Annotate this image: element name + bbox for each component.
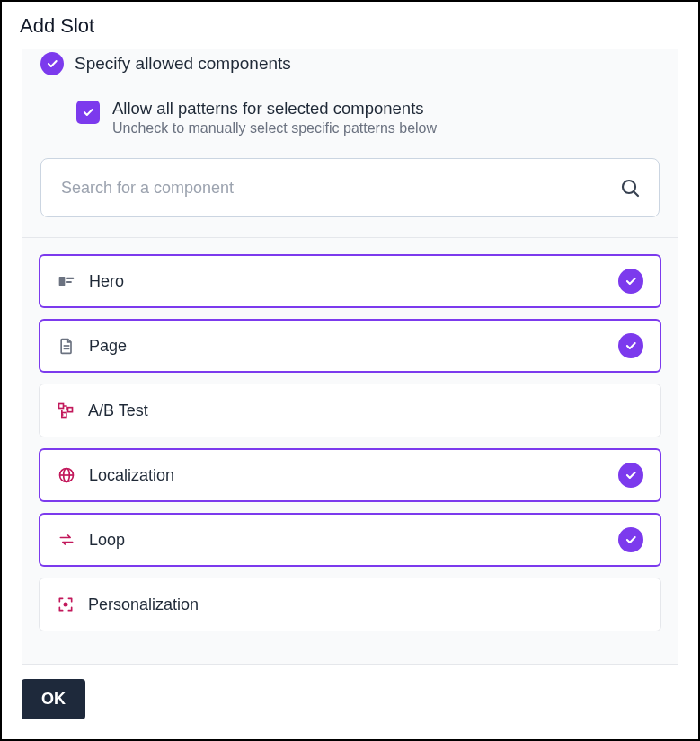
svg-rect-3 <box>66 278 74 279</box>
svg-rect-4 <box>66 281 72 283</box>
check-icon <box>625 340 637 352</box>
component-item-page[interactable]: Page <box>39 319 661 373</box>
component-item-label: Localization <box>89 466 606 485</box>
svg-line-1 <box>634 192 639 197</box>
component-item-personalization[interactable]: Personalization <box>39 578 661 631</box>
svg-point-13 <box>64 603 68 607</box>
component-item-label: Hero <box>89 272 606 291</box>
search-field[interactable] <box>40 158 660 217</box>
component-item-ab-test[interactable]: A/B Test <box>39 384 661 437</box>
check-icon <box>46 57 58 70</box>
component-item-hero[interactable]: Hero <box>39 254 661 308</box>
check-icon <box>625 275 637 287</box>
check-icon <box>625 534 637 546</box>
allow-all-text: Allow all patterns for selected componen… <box>112 99 437 137</box>
allow-all-row: Allow all patterns for selected componen… <box>22 81 678 146</box>
branch-icon <box>56 401 75 420</box>
dialog-title: Add Slot <box>2 2 698 45</box>
component-item-loop[interactable]: Loop <box>39 513 661 567</box>
config-panel: Specify allowed components Allow all pat… <box>22 49 678 665</box>
search-input[interactable] <box>59 178 619 198</box>
svg-rect-2 <box>59 277 66 286</box>
step-complete-icon <box>40 52 64 75</box>
hero-icon <box>57 271 76 291</box>
target-icon <box>56 595 75 614</box>
component-item-label: Personalization <box>88 595 644 614</box>
loop-icon <box>57 530 76 550</box>
add-slot-dialog: Add Slot Specify allowed components Allo… <box>0 0 700 741</box>
allow-all-checkbox[interactable] <box>76 101 100 124</box>
component-item-label: A/B Test <box>88 401 644 420</box>
check-icon <box>82 106 94 119</box>
search-container <box>22 146 678 234</box>
selected-badge <box>618 333 643 358</box>
selected-badge <box>618 463 643 488</box>
page-icon <box>57 336 76 356</box>
component-item-localization[interactable]: Localization <box>39 448 661 502</box>
svg-rect-8 <box>68 408 73 412</box>
component-item-label: Loop <box>89 531 606 550</box>
component-item-label: Page <box>89 337 606 356</box>
svg-rect-7 <box>59 404 64 409</box>
check-icon <box>625 469 637 481</box>
step-specify-allowed: Specify allowed components <box>22 49 678 81</box>
selected-badge <box>618 269 643 294</box>
allow-all-hint: Uncheck to manually select specific patt… <box>112 120 437 137</box>
step-label: Specify allowed components <box>75 54 291 74</box>
ok-button[interactable]: OK <box>22 679 85 719</box>
component-list: HeroPageA/B TestLocalizationLoopPersonal… <box>22 237 678 631</box>
globe-icon <box>57 465 76 485</box>
selected-badge <box>618 527 643 552</box>
dialog-footer: OK <box>2 665 698 739</box>
allow-all-label: Allow all patterns for selected componen… <box>112 99 437 119</box>
search-icon <box>619 177 641 198</box>
